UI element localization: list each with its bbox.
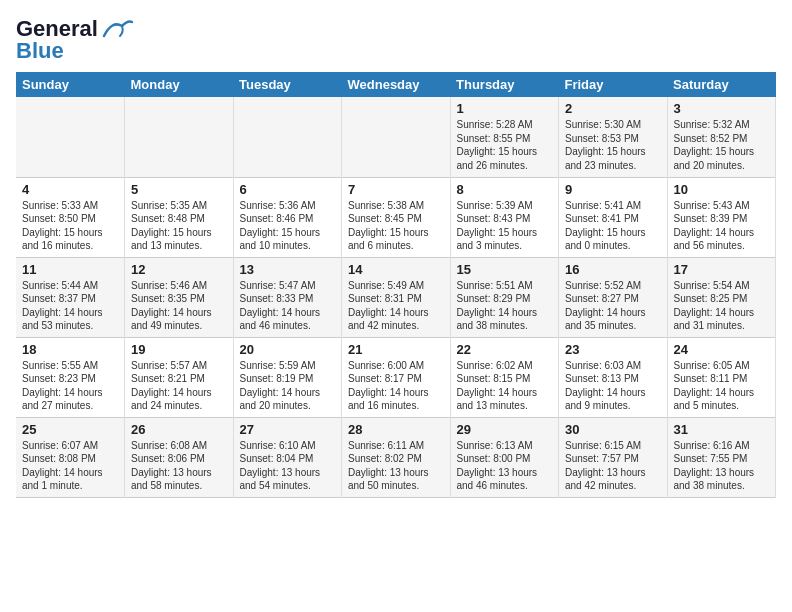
- calendar-cell: 10Sunrise: 5:43 AM Sunset: 8:39 PM Dayli…: [667, 177, 776, 257]
- cell-info: Sunrise: 6:00 AM Sunset: 8:17 PM Dayligh…: [348, 359, 444, 413]
- day-number: 14: [348, 262, 444, 277]
- calendar-cell: 26Sunrise: 6:08 AM Sunset: 8:06 PM Dayli…: [125, 417, 234, 497]
- cell-info: Sunrise: 5:51 AM Sunset: 8:29 PM Dayligh…: [457, 279, 553, 333]
- day-number: 22: [457, 342, 553, 357]
- cell-info: Sunrise: 6:07 AM Sunset: 8:08 PM Dayligh…: [22, 439, 118, 493]
- day-number: 5: [131, 182, 227, 197]
- calendar-cell: 6Sunrise: 5:36 AM Sunset: 8:46 PM Daylig…: [233, 177, 342, 257]
- day-number: 10: [674, 182, 770, 197]
- header-monday: Monday: [125, 72, 234, 97]
- cell-info: Sunrise: 5:28 AM Sunset: 8:55 PM Dayligh…: [457, 118, 553, 172]
- cell-info: Sunrise: 6:03 AM Sunset: 8:13 PM Dayligh…: [565, 359, 661, 413]
- calendar-cell: [342, 97, 451, 177]
- cell-info: Sunrise: 5:59 AM Sunset: 8:19 PM Dayligh…: [240, 359, 336, 413]
- calendar-cell: 1Sunrise: 5:28 AM Sunset: 8:55 PM Daylig…: [450, 97, 559, 177]
- calendar-cell: [233, 97, 342, 177]
- calendar-cell: 25Sunrise: 6:07 AM Sunset: 8:08 PM Dayli…: [16, 417, 125, 497]
- header-thursday: Thursday: [450, 72, 559, 97]
- calendar-week-row: 25Sunrise: 6:07 AM Sunset: 8:08 PM Dayli…: [16, 417, 776, 497]
- calendar-cell: 20Sunrise: 5:59 AM Sunset: 8:19 PM Dayli…: [233, 337, 342, 417]
- cell-info: Sunrise: 5:36 AM Sunset: 8:46 PM Dayligh…: [240, 199, 336, 253]
- calendar-cell: 28Sunrise: 6:11 AM Sunset: 8:02 PM Dayli…: [342, 417, 451, 497]
- day-number: 9: [565, 182, 661, 197]
- calendar-header-row: SundayMondayTuesdayWednesdayThursdayFrid…: [16, 72, 776, 97]
- cell-info: Sunrise: 5:41 AM Sunset: 8:41 PM Dayligh…: [565, 199, 661, 253]
- day-number: 15: [457, 262, 553, 277]
- day-number: 13: [240, 262, 336, 277]
- day-number: 17: [674, 262, 770, 277]
- calendar-cell: 5Sunrise: 5:35 AM Sunset: 8:48 PM Daylig…: [125, 177, 234, 257]
- calendar-week-row: 4Sunrise: 5:33 AM Sunset: 8:50 PM Daylig…: [16, 177, 776, 257]
- calendar-cell: 14Sunrise: 5:49 AM Sunset: 8:31 PM Dayli…: [342, 257, 451, 337]
- day-number: 25: [22, 422, 118, 437]
- logo-blue: Blue: [16, 38, 64, 64]
- cell-info: Sunrise: 5:54 AM Sunset: 8:25 PM Dayligh…: [674, 279, 770, 333]
- calendar-cell: 27Sunrise: 6:10 AM Sunset: 8:04 PM Dayli…: [233, 417, 342, 497]
- day-number: 2: [565, 101, 661, 116]
- calendar-cell: 22Sunrise: 6:02 AM Sunset: 8:15 PM Dayli…: [450, 337, 559, 417]
- cell-info: Sunrise: 5:33 AM Sunset: 8:50 PM Dayligh…: [22, 199, 118, 253]
- day-number: 26: [131, 422, 227, 437]
- logo: General Blue: [16, 16, 134, 64]
- header-tuesday: Tuesday: [233, 72, 342, 97]
- cell-info: Sunrise: 6:08 AM Sunset: 8:06 PM Dayligh…: [131, 439, 227, 493]
- page-header: General Blue: [16, 16, 776, 64]
- day-number: 16: [565, 262, 661, 277]
- calendar-cell: 17Sunrise: 5:54 AM Sunset: 8:25 PM Dayli…: [667, 257, 776, 337]
- day-number: 7: [348, 182, 444, 197]
- day-number: 20: [240, 342, 336, 357]
- cell-info: Sunrise: 5:30 AM Sunset: 8:53 PM Dayligh…: [565, 118, 661, 172]
- cell-info: Sunrise: 6:11 AM Sunset: 8:02 PM Dayligh…: [348, 439, 444, 493]
- header-saturday: Saturday: [667, 72, 776, 97]
- calendar-cell: 23Sunrise: 6:03 AM Sunset: 8:13 PM Dayli…: [559, 337, 668, 417]
- day-number: 21: [348, 342, 444, 357]
- calendar-cell: 24Sunrise: 6:05 AM Sunset: 8:11 PM Dayli…: [667, 337, 776, 417]
- cell-info: Sunrise: 6:15 AM Sunset: 7:57 PM Dayligh…: [565, 439, 661, 493]
- calendar-cell: 13Sunrise: 5:47 AM Sunset: 8:33 PM Dayli…: [233, 257, 342, 337]
- cell-info: Sunrise: 5:49 AM Sunset: 8:31 PM Dayligh…: [348, 279, 444, 333]
- day-number: 4: [22, 182, 118, 197]
- cell-info: Sunrise: 5:39 AM Sunset: 8:43 PM Dayligh…: [457, 199, 553, 253]
- calendar-cell: 4Sunrise: 5:33 AM Sunset: 8:50 PM Daylig…: [16, 177, 125, 257]
- cell-info: Sunrise: 5:35 AM Sunset: 8:48 PM Dayligh…: [131, 199, 227, 253]
- calendar-cell: 11Sunrise: 5:44 AM Sunset: 8:37 PM Dayli…: [16, 257, 125, 337]
- calendar-cell: 15Sunrise: 5:51 AM Sunset: 8:29 PM Dayli…: [450, 257, 559, 337]
- header-wednesday: Wednesday: [342, 72, 451, 97]
- calendar-cell: 18Sunrise: 5:55 AM Sunset: 8:23 PM Dayli…: [16, 337, 125, 417]
- cell-info: Sunrise: 6:16 AM Sunset: 7:55 PM Dayligh…: [674, 439, 770, 493]
- cell-info: Sunrise: 6:13 AM Sunset: 8:00 PM Dayligh…: [457, 439, 553, 493]
- cell-info: Sunrise: 5:47 AM Sunset: 8:33 PM Dayligh…: [240, 279, 336, 333]
- calendar-week-row: 18Sunrise: 5:55 AM Sunset: 8:23 PM Dayli…: [16, 337, 776, 417]
- day-number: 30: [565, 422, 661, 437]
- day-number: 29: [457, 422, 553, 437]
- cell-info: Sunrise: 6:05 AM Sunset: 8:11 PM Dayligh…: [674, 359, 770, 413]
- cell-info: Sunrise: 5:57 AM Sunset: 8:21 PM Dayligh…: [131, 359, 227, 413]
- calendar-cell: 9Sunrise: 5:41 AM Sunset: 8:41 PM Daylig…: [559, 177, 668, 257]
- cell-info: Sunrise: 6:10 AM Sunset: 8:04 PM Dayligh…: [240, 439, 336, 493]
- calendar-cell: 8Sunrise: 5:39 AM Sunset: 8:43 PM Daylig…: [450, 177, 559, 257]
- calendar-cell: 3Sunrise: 5:32 AM Sunset: 8:52 PM Daylig…: [667, 97, 776, 177]
- calendar-cell: [16, 97, 125, 177]
- calendar-week-row: 1Sunrise: 5:28 AM Sunset: 8:55 PM Daylig…: [16, 97, 776, 177]
- calendar-cell: 21Sunrise: 6:00 AM Sunset: 8:17 PM Dayli…: [342, 337, 451, 417]
- cell-info: Sunrise: 5:38 AM Sunset: 8:45 PM Dayligh…: [348, 199, 444, 253]
- cell-info: Sunrise: 5:44 AM Sunset: 8:37 PM Dayligh…: [22, 279, 118, 333]
- day-number: 28: [348, 422, 444, 437]
- day-number: 18: [22, 342, 118, 357]
- day-number: 27: [240, 422, 336, 437]
- day-number: 23: [565, 342, 661, 357]
- day-number: 1: [457, 101, 553, 116]
- calendar-table: SundayMondayTuesdayWednesdayThursdayFrid…: [16, 72, 776, 498]
- calendar-cell: 29Sunrise: 6:13 AM Sunset: 8:00 PM Dayli…: [450, 417, 559, 497]
- cell-info: Sunrise: 5:52 AM Sunset: 8:27 PM Dayligh…: [565, 279, 661, 333]
- cell-info: Sunrise: 5:43 AM Sunset: 8:39 PM Dayligh…: [674, 199, 770, 253]
- calendar-cell: 16Sunrise: 5:52 AM Sunset: 8:27 PM Dayli…: [559, 257, 668, 337]
- calendar-week-row: 11Sunrise: 5:44 AM Sunset: 8:37 PM Dayli…: [16, 257, 776, 337]
- day-number: 3: [674, 101, 770, 116]
- calendar-cell: 31Sunrise: 6:16 AM Sunset: 7:55 PM Dayli…: [667, 417, 776, 497]
- calendar-cell: [125, 97, 234, 177]
- cell-info: Sunrise: 6:02 AM Sunset: 8:15 PM Dayligh…: [457, 359, 553, 413]
- logo-bird-icon: [102, 18, 134, 40]
- cell-info: Sunrise: 5:46 AM Sunset: 8:35 PM Dayligh…: [131, 279, 227, 333]
- cell-info: Sunrise: 5:55 AM Sunset: 8:23 PM Dayligh…: [22, 359, 118, 413]
